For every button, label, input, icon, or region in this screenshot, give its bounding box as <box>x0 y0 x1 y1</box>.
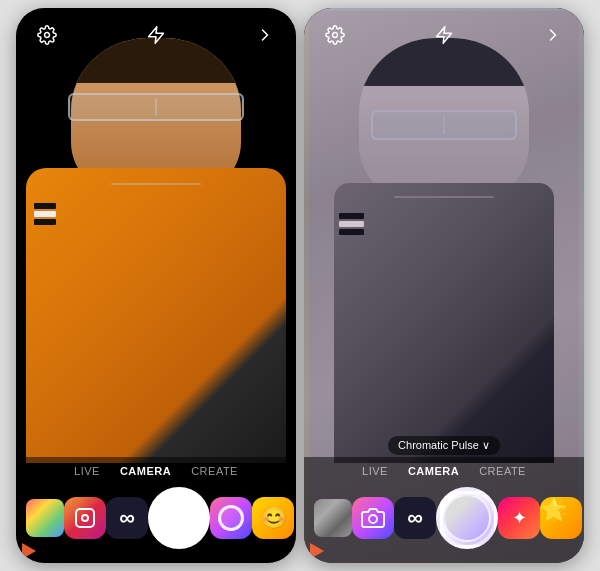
svg-point-0 <box>45 33 50 38</box>
play-triangle[interactable] <box>22 543 36 559</box>
play-triangle-gray[interactable] <box>310 543 324 559</box>
emoji-icon2[interactable]: 🌟 <box>540 497 582 539</box>
tab-camera-gray[interactable]: CAMERA <box>408 465 459 477</box>
bottom-controls: LIVE CAMERA CREATE ∞ <box>16 457 296 563</box>
flip-camera-button-gray[interactable] <box>582 502 584 534</box>
top-bar <box>16 24 296 46</box>
camera-icon[interactable] <box>352 497 394 539</box>
camera-controls-row-gray: ∞ ✦ 🌟 <box>304 483 584 555</box>
phones-container: LIVE CAMERA CREATE ∞ <box>16 8 584 563</box>
tab-camera[interactable]: CAMERA <box>120 465 171 477</box>
shutter-button-gray[interactable] <box>436 487 498 549</box>
bolt-icon-gray[interactable] <box>433 24 455 46</box>
shutter-button[interactable] <box>148 487 210 549</box>
svg-marker-1 <box>149 27 164 44</box>
gallery-thumbnail-gray[interactable] <box>314 499 352 537</box>
gallery-thumbnail[interactable] <box>26 499 64 537</box>
tab-live[interactable]: LIVE <box>74 465 100 477</box>
tab-create[interactable]: CREATE <box>191 465 238 477</box>
instagram-icon[interactable] <box>64 497 106 539</box>
sparkle-icon[interactable]: ✦ <box>498 497 540 539</box>
sleeve-stripes <box>34 203 56 233</box>
emoji-icon[interactable]: 😊 <box>252 497 294 539</box>
chevron-right-icon[interactable] <box>254 24 276 46</box>
necklace <box>111 183 201 185</box>
chromatic-pulse-text: Chromatic Pulse ∨ <box>398 439 490 452</box>
bottom-controls-gray: LIVE CAMERA CREATE <box>304 457 584 563</box>
phone-color: LIVE CAMERA CREATE ∞ <box>16 8 296 563</box>
boomerang-icon-gray[interactable]: ∞ <box>394 497 436 539</box>
tab-create-gray[interactable]: CREATE <box>479 465 526 477</box>
svg-marker-3 <box>437 27 452 44</box>
svg-point-4 <box>369 515 377 523</box>
svg-point-2 <box>333 33 338 38</box>
top-bar-gray <box>304 24 584 46</box>
tab-live-gray[interactable]: LIVE <box>362 465 388 477</box>
camera-controls-row: ∞ 😊 <box>16 483 296 555</box>
bolt-icon[interactable] <box>145 24 167 46</box>
glasses <box>68 93 244 121</box>
phone-gray: Chromatic Pulse ∨ LIVE CAMERA CREATE <box>304 8 584 563</box>
gear-icon-gray[interactable] <box>324 24 346 46</box>
mode-tabs: LIVE CAMERA CREATE <box>16 457 296 483</box>
mode-tabs-gray: LIVE CAMERA CREATE <box>304 457 584 483</box>
chromatic-pulse-label[interactable]: Chromatic Pulse ∨ <box>304 436 584 455</box>
gear-icon[interactable] <box>36 24 58 46</box>
boomerang-icon[interactable]: ∞ <box>106 497 148 539</box>
flip-camera-button[interactable] <box>294 502 296 534</box>
chevron-right-icon-gray[interactable] <box>542 24 564 46</box>
lens-icon[interactable] <box>210 497 252 539</box>
